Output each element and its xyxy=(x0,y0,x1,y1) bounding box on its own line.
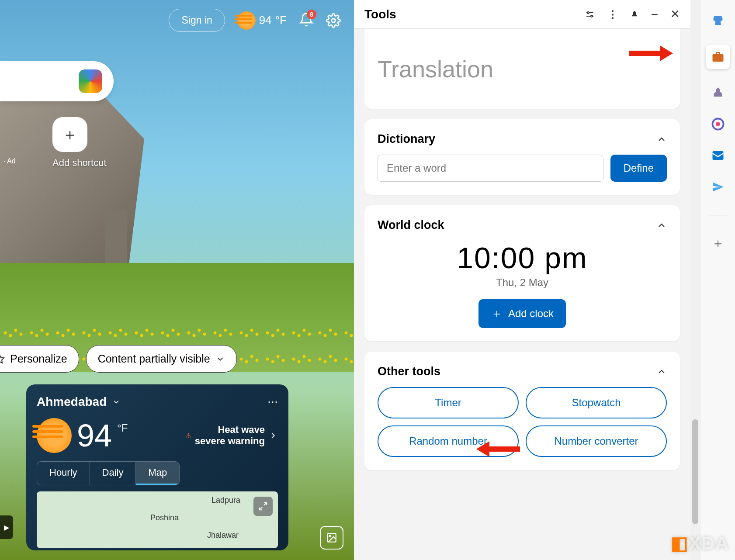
tab-daily[interactable]: Daily xyxy=(90,462,136,485)
svg-line-2 xyxy=(264,503,267,505)
weather-alert[interactable]: ⚠ Heat wave severe warning xyxy=(185,424,278,447)
card-menu[interactable]: ⋯ xyxy=(267,396,278,408)
expand-map-button[interactable] xyxy=(253,497,273,516)
weather-card[interactable]: Ahmedabad ⋯ 94 °F ⚠ Heat wave severe war… xyxy=(26,384,288,550)
timer-button[interactable]: Timer xyxy=(378,387,519,418)
star-icon xyxy=(0,354,5,364)
search-bar[interactable] xyxy=(0,61,114,101)
add-clock-button[interactable]: ＋ Add clock xyxy=(478,299,566,328)
watermark: ◧XDA xyxy=(671,532,729,554)
sliders-icon[interactable] xyxy=(585,9,595,20)
games-icon[interactable] xyxy=(710,85,726,100)
personalize-chip[interactable]: Personalize xyxy=(0,345,79,373)
chevron-right-icon xyxy=(268,431,278,440)
notification-badge: 8 xyxy=(307,10,316,19)
top-bar: Sign in 94°F 8 xyxy=(169,9,341,32)
add-clock-label: Add clock xyxy=(508,308,554,320)
notifications-button[interactable]: 8 xyxy=(299,12,314,29)
define-button[interactable]: Define xyxy=(610,155,667,182)
stopwatch-button[interactable]: Stopwatch xyxy=(526,387,667,418)
map-label: Jhalawar xyxy=(207,531,239,540)
content-visibility-chip[interactable]: Content partially visible xyxy=(86,345,237,373)
tab-map[interactable]: Map xyxy=(136,462,179,485)
clock-date: Thu, 2 May xyxy=(378,277,667,289)
svg-point-11 xyxy=(716,122,720,126)
annotation-arrow xyxy=(629,45,673,61)
temp-value: 94 xyxy=(259,14,272,27)
map-label: Poshina xyxy=(150,513,179,522)
feed-chips: Personalize Content partially visible xyxy=(0,345,237,373)
warning-icon: ⚠ xyxy=(185,432,191,440)
add-shortcut-label: Add shortcut xyxy=(52,157,107,169)
expand-feed-button[interactable]: ▶ xyxy=(0,515,13,539)
chevron-up-icon[interactable] xyxy=(656,366,667,377)
copilot-icon[interactable] xyxy=(79,69,102,93)
send-icon[interactable] xyxy=(710,179,726,195)
gear-icon[interactable] xyxy=(326,13,341,28)
add-shortcut-button[interactable]: ＋ xyxy=(52,117,87,152)
chevron-up-icon[interactable] xyxy=(656,220,667,231)
chip-label: Personalize xyxy=(10,353,67,365)
svg-point-5 xyxy=(329,536,331,537)
number-converter-button[interactable]: Number converter xyxy=(526,425,667,457)
chevron-up-icon[interactable] xyxy=(656,134,667,145)
translation-placeholder: Translation xyxy=(378,55,667,83)
svg-point-8 xyxy=(587,12,589,14)
chevron-down-icon xyxy=(215,354,225,364)
new-tab-page: Sign in 94°F 8 · Ad ＋ Add shortcut Perso… xyxy=(0,0,354,560)
background-image-button[interactable] xyxy=(320,526,343,550)
shopping-icon[interactable] xyxy=(710,13,726,29)
tools-icon[interactable] xyxy=(706,45,730,69)
tools-header-actions: ⋮ − ✕ xyxy=(585,7,680,21)
plus-icon: ＋ xyxy=(491,305,503,322)
other-tools-card: Other tools Timer Stopwatch Random numbe… xyxy=(364,352,680,470)
annotation-arrow xyxy=(476,441,520,457)
edge-sidebar: ＋ xyxy=(700,0,735,560)
tab-hourly[interactable]: Hourly xyxy=(37,462,90,485)
weather-map[interactable]: Ladpura Poshina Jhalawar xyxy=(37,491,278,548)
temp-unit: °F xyxy=(117,422,128,434)
dictionary-card: Dictionary Define xyxy=(364,119,680,195)
more-menu-button[interactable]: ⋮ xyxy=(607,8,618,21)
minimize-button[interactable]: − xyxy=(651,7,658,21)
ad-tag: · Ad xyxy=(3,157,16,165)
clock-title: World clock xyxy=(378,218,444,232)
tools-body: Translation Dictionary Define World cloc… xyxy=(354,29,690,560)
weather-location[interactable]: Ahmedabad xyxy=(37,395,121,409)
location-text: Ahmedabad xyxy=(37,395,107,409)
clock-time: 10:00 pm xyxy=(378,241,667,275)
weather-tabs: Hourly Daily Map xyxy=(37,461,180,485)
dictionary-input[interactable] xyxy=(378,155,603,182)
chip-label: Content partially visible xyxy=(98,353,210,365)
rail-divider xyxy=(709,215,727,215)
image-icon xyxy=(326,532,337,543)
tools-header: Tools ⋮ − ✕ xyxy=(354,0,690,29)
expand-icon xyxy=(258,501,268,511)
svg-point-0 xyxy=(332,18,336,22)
other-tools-title: Other tools xyxy=(378,365,440,378)
tools-title: Tools xyxy=(364,7,396,21)
outlook-icon[interactable] xyxy=(710,148,726,163)
temp-unit: °F xyxy=(275,14,287,27)
close-button[interactable]: ✕ xyxy=(670,7,680,21)
svg-point-9 xyxy=(591,15,593,17)
pin-icon[interactable] xyxy=(630,9,639,20)
alert-line1: Heat wave xyxy=(195,424,265,436)
dictionary-title: Dictionary xyxy=(378,132,435,146)
weather-summary[interactable]: 94°F xyxy=(237,11,287,30)
svg-marker-1 xyxy=(0,355,4,363)
map-label: Ladpura xyxy=(211,496,240,505)
sign-in-button[interactable]: Sign in xyxy=(169,9,225,32)
bg-tower xyxy=(105,210,127,271)
microsoft365-icon[interactable] xyxy=(710,116,726,132)
scrollbar-thumb[interactable] xyxy=(692,419,698,524)
world-clock-card: World clock 10:00 pm Thu, 2 May ＋ Add cl… xyxy=(364,205,680,341)
svg-line-3 xyxy=(260,507,262,510)
add-app-button[interactable]: ＋ xyxy=(710,235,726,251)
sun-icon xyxy=(37,418,72,453)
shortcut-area: ＋ Add shortcut xyxy=(52,117,107,169)
translation-card[interactable]: Translation xyxy=(364,29,680,109)
svg-rect-12 xyxy=(712,151,723,160)
sun-icon xyxy=(237,11,256,30)
alert-line2: severe warning xyxy=(195,436,265,447)
